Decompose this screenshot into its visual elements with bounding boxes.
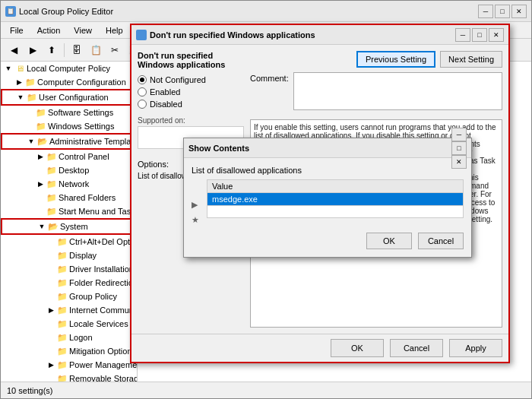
- folder-icon: 📁: [57, 318, 68, 329]
- setting-dialog-minimize[interactable]: ─: [455, 28, 470, 42]
- table-row-1[interactable]: msedge.exe: [207, 193, 464, 206]
- menu-help[interactable]: Help: [100, 24, 129, 36]
- folder-icon: 📂: [37, 136, 48, 147]
- show-contents-cancel-button[interactable]: Cancel: [418, 233, 464, 249]
- tree-label: Mitigation Options: [69, 347, 136, 356]
- tree-item-mitigation[interactable]: 📁 Mitigation Options: [1, 344, 137, 358]
- tree-item-folder-redirect[interactable]: 📁 Folder Redirection: [1, 276, 137, 290]
- tree-item-group-policy[interactable]: 📁 Group Policy: [1, 290, 137, 303]
- setting-dialog-title: Don't run specified Windows applications: [150, 30, 452, 40]
- tree-item-shared-folders[interactable]: 📁 Shared Folders: [1, 191, 137, 204]
- expand-icon[interactable]: [45, 263, 57, 275]
- previous-setting-button[interactable]: Previous Setting: [356, 51, 435, 68]
- tree-item-locale-services[interactable]: 📁 Locale Services: [1, 317, 137, 331]
- tree-item-driver-install[interactable]: 📁 Driver Installation: [1, 262, 137, 276]
- expand-icon[interactable]: ▶: [34, 150, 46, 163]
- setting-bottom-buttons: OK Cancel Apply: [131, 334, 508, 362]
- tree-label: Locale Services: [69, 319, 128, 328]
- setting-apply-button[interactable]: Apply: [449, 339, 502, 357]
- tree-label: Software Settings: [48, 108, 113, 117]
- radio-label: Not Configured: [150, 75, 206, 84]
- expand-icon[interactable]: [24, 106, 36, 119]
- tree-item-software-settings-user[interactable]: 📁 Software Settings: [1, 106, 137, 119]
- expand-icon[interactable]: [24, 120, 36, 132]
- show-contents-minimize[interactable]: ─: [451, 128, 467, 141]
- next-setting-button[interactable]: Next Setting: [440, 51, 502, 68]
- tree-item-logon[interactable]: 📁 Logon: [1, 331, 137, 344]
- expand-icon[interactable]: [45, 236, 57, 248]
- expand-icon[interactable]: [45, 318, 57, 330]
- expand-icon[interactable]: ▼: [2, 62, 14, 74]
- radio-circle: [138, 75, 147, 84]
- tree-item-power-mgmt[interactable]: ▶ 📁 Power Management: [1, 358, 137, 372]
- tree-item-removable-storage[interactable]: 📁 Removable Storage Acc...: [1, 372, 137, 382]
- expand-icon[interactable]: ▼: [14, 91, 27, 103]
- folder-icon: 📂: [48, 221, 59, 232]
- folder-icon: 🖥: [14, 63, 25, 74]
- show-contents-body: List of disallowed applications ▶ ★ Valu…: [184, 158, 471, 257]
- expand-icon[interactable]: ▶: [45, 359, 57, 371]
- folder-icon: 📁: [46, 165, 57, 176]
- tree-label: System: [60, 222, 88, 231]
- table-row-2[interactable]: [207, 206, 464, 218]
- setting-cancel-button[interactable]: Cancel: [390, 339, 443, 357]
- folder-icon: 📁: [36, 121, 46, 131]
- tree-item-control-panel[interactable]: ▶ 📁 Control Panel: [1, 150, 137, 163]
- cut-button[interactable]: ✂: [106, 42, 123, 59]
- menu-action[interactable]: Action: [31, 24, 67, 36]
- expand-icon[interactable]: [45, 290, 57, 302]
- supported-on-label: Supported on:: [138, 116, 244, 125]
- setting-dialog-maximize[interactable]: □: [472, 28, 487, 42]
- tree-item-admin-templates-user[interactable]: ▼ 📂 Administrative Templates: [1, 133, 137, 150]
- forward-button[interactable]: ▶: [24, 42, 41, 59]
- tree-item-local-computer-policy[interactable]: ▼ 🖥 Local Computer Policy: [1, 62, 137, 75]
- comment-textarea[interactable]: [293, 72, 502, 110]
- expand-icon[interactable]: ▼: [25, 135, 37, 147]
- minimize-button[interactable]: ─: [478, 5, 493, 18]
- maximize-button[interactable]: □: [495, 5, 510, 18]
- show-contents-close[interactable]: ✕: [451, 155, 467, 169]
- radio-label: Enabled: [150, 87, 180, 97]
- tree-item-computer-config[interactable]: ▶ 📁 Computer Configuration: [1, 75, 137, 89]
- expand-icon[interactable]: [45, 249, 57, 261]
- expand-icon[interactable]: [34, 205, 46, 217]
- menu-file[interactable]: File: [4, 24, 30, 36]
- tree-item-desktop[interactable]: 📁 Desktop: [1, 163, 137, 177]
- expand-icon[interactable]: ▶: [45, 304, 57, 316]
- expand-icon[interactable]: [34, 192, 46, 204]
- table-cell-empty: [207, 206, 464, 218]
- expand-icon[interactable]: ▼: [36, 220, 48, 233]
- setting-ok-button[interactable]: OK: [331, 339, 384, 357]
- radio-not-configured[interactable]: Not Configured: [138, 75, 244, 84]
- show-contents-ok-button[interactable]: OK: [366, 233, 412, 249]
- tree-item-network[interactable]: ▶ 📁 Network: [1, 177, 137, 191]
- folder-icon: 📁: [57, 305, 68, 315]
- setting-dialog-close[interactable]: ✕: [489, 28, 504, 42]
- tree-item-user-config[interactable]: ▼ 📁 User Configuration: [1, 89, 137, 106]
- tree-item-ctrl-alt-del[interactable]: 📁 Ctrl+Alt+Del Options: [1, 235, 137, 249]
- show-contents-maximize[interactable]: □: [451, 141, 467, 155]
- tree-panel[interactable]: ▼ 🖥 Local Computer Policy ▶ 📁 Computer C…: [1, 62, 138, 382]
- expand-icon[interactable]: ▶: [13, 76, 25, 88]
- tree-item-internet-comm[interactable]: ▶ 📁 Internet Communicati...: [1, 303, 137, 317]
- tree-item-system[interactable]: ▼ 📂 System: [1, 218, 137, 235]
- radio-enabled[interactable]: Enabled: [138, 87, 244, 97]
- expand-icon[interactable]: [45, 345, 57, 357]
- tree-label: Desktop: [59, 166, 89, 175]
- expand-icon[interactable]: [45, 331, 57, 344]
- table-cell-msedge: msedge.exe: [207, 193, 464, 206]
- tree-item-start-menu[interactable]: 📁 Start Menu and Taskbar: [1, 204, 137, 218]
- close-button[interactable]: ✕: [511, 5, 527, 18]
- tree-item-windows-settings-user[interactable]: 📁 Windows Settings: [1, 119, 137, 133]
- tree-item-display[interactable]: 📁 Display: [1, 249, 137, 262]
- expand-icon[interactable]: ▶: [34, 178, 46, 190]
- copy-button[interactable]: 📋: [87, 42, 104, 59]
- expand-icon[interactable]: [34, 164, 46, 176]
- folder-button[interactable]: 🗄: [68, 42, 85, 59]
- expand-icon[interactable]: [45, 372, 57, 382]
- radio-disabled[interactable]: Disabled: [138, 100, 244, 109]
- expand-icon[interactable]: [45, 277, 57, 289]
- menu-view[interactable]: View: [68, 24, 98, 36]
- back-button[interactable]: ◀: [5, 42, 22, 59]
- up-button[interactable]: ⬆: [43, 42, 60, 59]
